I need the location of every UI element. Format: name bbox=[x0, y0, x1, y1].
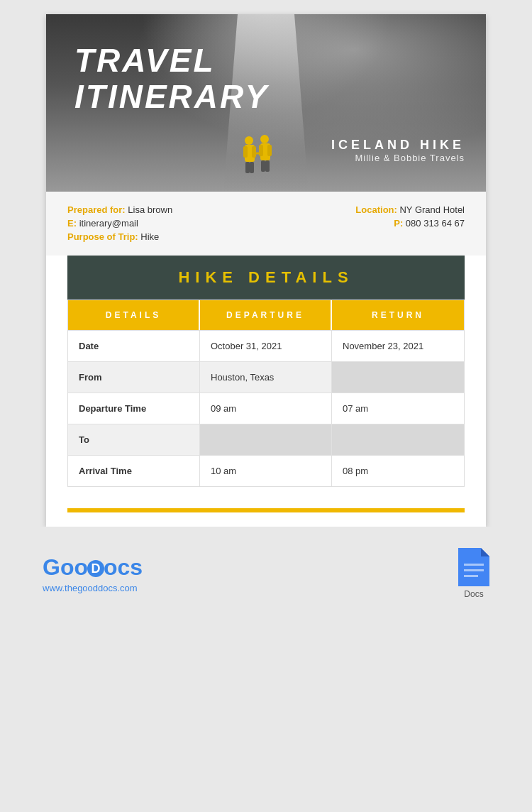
email-value: itinerary@mail bbox=[79, 218, 138, 229]
row-dep-time-return: 07 am bbox=[332, 393, 464, 424]
purpose-value: Hike bbox=[140, 231, 159, 242]
logo-text: GooDocs bbox=[43, 554, 143, 581]
docs-icon: Docs bbox=[458, 548, 489, 599]
svg-rect-3 bbox=[252, 146, 256, 158]
row-from-return bbox=[332, 362, 464, 393]
hero-title-line1: TRAVEL bbox=[74, 42, 216, 79]
phone-label: P: bbox=[394, 218, 403, 229]
row-arr-time-label: Arrival Time bbox=[68, 456, 200, 486]
location-value: NY Grand Hotel bbox=[399, 204, 465, 215]
footer-logo: GooDocs www.thegooddocs.com bbox=[43, 554, 143, 593]
row-date-departure: October 31, 2021 bbox=[200, 331, 332, 361]
svg-point-6 bbox=[260, 135, 269, 143]
docs-icon-svg bbox=[458, 548, 489, 586]
bottom-accent-bar bbox=[67, 508, 465, 512]
svg-rect-8 bbox=[259, 145, 263, 156]
table-row: To bbox=[68, 424, 464, 455]
prepared-for-value: Lisa brown bbox=[128, 204, 172, 215]
email-row: E: itinerary@mail bbox=[67, 218, 266, 229]
logo-ocs: ocs bbox=[104, 554, 143, 580]
footer: GooDocs www.thegooddocs.com Docs bbox=[0, 527, 532, 620]
logo-d: D bbox=[87, 560, 104, 577]
info-left: Prepared for: Lisa brown E: itinerary@ma… bbox=[67, 204, 266, 245]
phone-row: P: 080 313 64 67 bbox=[266, 218, 465, 229]
svg-rect-10 bbox=[261, 160, 265, 172]
svg-rect-9 bbox=[267, 145, 272, 156]
hero-title-line2: ITINERARY bbox=[74, 78, 269, 115]
logo-goo: Goo bbox=[43, 554, 88, 580]
docs-label: Docs bbox=[464, 589, 483, 599]
document: TRAVEL ITINERARY ICELAND HIKE Millie & B… bbox=[46, 14, 486, 527]
svg-rect-17 bbox=[464, 575, 478, 577]
email-label: E: bbox=[67, 218, 77, 229]
row-to-label: To bbox=[68, 424, 200, 455]
table-header-row: DETAILS DEPARTURE RETURN bbox=[68, 300, 464, 330]
table-row: Arrival Time 10 am 08 pm bbox=[68, 455, 464, 486]
row-from-label: From bbox=[68, 362, 200, 393]
page-wrapper: TRAVEL ITINERARY ICELAND HIKE Millie & B… bbox=[0, 0, 532, 812]
svg-rect-16 bbox=[464, 569, 484, 571]
row-date-return: November 23, 2021 bbox=[332, 331, 464, 361]
table-row: Departure Time 09 am 07 am bbox=[68, 393, 464, 424]
hero-title: TRAVEL ITINERARY bbox=[74, 43, 269, 114]
row-dep-time-departure: 09 am bbox=[200, 393, 332, 424]
hike-details-header: HIKE DETAILS bbox=[67, 256, 465, 300]
svg-rect-5 bbox=[250, 162, 254, 173]
table-header-return: RETURN bbox=[332, 300, 464, 330]
prepared-for-label: Prepared for: bbox=[67, 204, 126, 215]
svg-rect-4 bbox=[245, 162, 250, 173]
row-to-return bbox=[332, 424, 464, 455]
row-arr-time-departure: 10 am bbox=[200, 456, 332, 486]
info-right: Location: NY Grand Hotel P: 080 313 64 6… bbox=[266, 204, 465, 245]
purpose-label: Purpose of Trip: bbox=[67, 231, 138, 242]
svg-rect-15 bbox=[464, 564, 484, 566]
svg-point-0 bbox=[245, 136, 253, 145]
location-row: Location: NY Grand Hotel bbox=[266, 204, 465, 215]
row-arr-time-return: 08 pm bbox=[332, 456, 464, 486]
footer-url: www.thegooddocs.com bbox=[43, 583, 143, 593]
table-header-details: DETAILS bbox=[68, 300, 200, 330]
hero-section: TRAVEL ITINERARY ICELAND HIKE Millie & B… bbox=[46, 14, 486, 192]
hero-location: ICELAND HIKE bbox=[331, 138, 465, 153]
location-label: Location: bbox=[355, 204, 397, 215]
purpose-row: Purpose of Trip: Hike bbox=[67, 231, 266, 242]
svg-marker-14 bbox=[481, 548, 489, 556]
phone-value: 080 313 64 67 bbox=[406, 218, 465, 229]
hero-subtitle: ICELAND HIKE Millie & Bobbie Travels bbox=[331, 138, 465, 163]
hero-figures bbox=[236, 121, 279, 177]
row-dep-time-label: Departure Time bbox=[68, 393, 200, 424]
svg-rect-11 bbox=[265, 160, 270, 172]
info-section: Prepared for: Lisa brown E: itinerary@ma… bbox=[46, 192, 486, 256]
row-date-label: Date bbox=[68, 331, 200, 361]
table-header-departure: DEPARTURE bbox=[200, 300, 332, 330]
hike-table: DETAILS DEPARTURE RETURN Date October 31… bbox=[67, 300, 465, 487]
row-to-departure bbox=[200, 424, 332, 455]
prepared-for-row: Prepared for: Lisa brown bbox=[67, 204, 266, 215]
hike-details-title: HIKE DETAILS bbox=[80, 268, 452, 287]
svg-rect-2 bbox=[243, 146, 248, 158]
hero-company: Millie & Bobbie Travels bbox=[331, 153, 465, 163]
table-row: Date October 31, 2021 November 23, 2021 bbox=[68, 330, 464, 361]
table-row: From Houston, Texas bbox=[68, 361, 464, 393]
row-from-departure: Houston, Texas bbox=[200, 362, 332, 393]
